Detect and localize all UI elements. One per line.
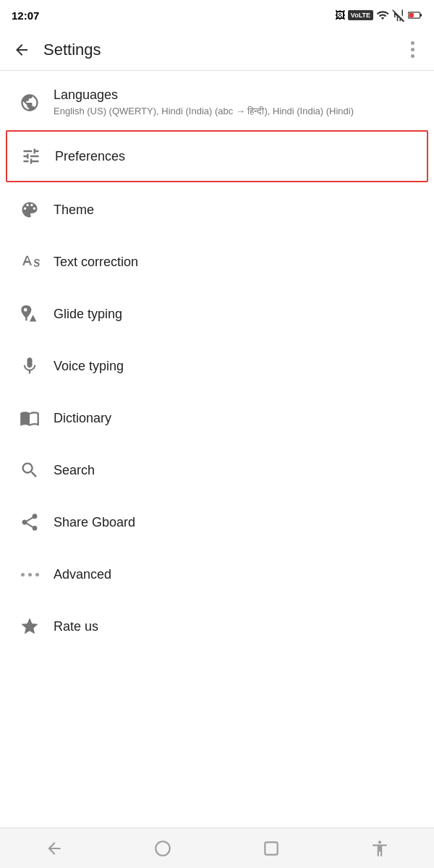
nav-recents-button[interactable] <box>250 833 293 864</box>
nav-accessibility-icon <box>370 839 389 858</box>
menu-item-dictionary[interactable]: Dictionary <box>0 392 434 444</box>
volte-badge: VoLTE <box>348 10 373 20</box>
voice-typing-label: Voice typing <box>54 359 422 374</box>
svg-rect-2 <box>409 13 414 17</box>
app-bar: Settings <box>0 29 434 71</box>
globe-icon-wrap <box>12 93 48 113</box>
signal-icon <box>392 9 405 22</box>
svg-rect-4 <box>265 842 277 854</box>
languages-sublabel: English (US) (QWERTY), Hindi (India) (ab… <box>54 105 422 118</box>
menu-item-languages[interactable]: Languages English (US) (QWERTY), Hindi (… <box>0 77 434 129</box>
status-icons: 🖼 VoLTE <box>335 9 422 22</box>
theme-label: Theme <box>54 203 422 218</box>
star-icon-wrap <box>12 616 48 637</box>
dictionary-label: Dictionary <box>54 411 422 426</box>
sliders-icon <box>21 146 41 166</box>
sliders-icon-wrap <box>13 146 49 166</box>
share-gboard-label: Share Gboard <box>54 515 422 530</box>
menu-item-search[interactable]: Search <box>0 444 434 496</box>
photo-icon: 🖼 <box>335 9 345 21</box>
text-correction-content: Text correction <box>54 255 422 270</box>
back-button[interactable] <box>6 34 38 66</box>
languages-label: Languages <box>54 88 422 103</box>
nav-recents-icon <box>262 839 281 858</box>
mic-icon <box>20 356 40 376</box>
advanced-icon-wrap <box>12 573 48 576</box>
share-gboard-content: Share Gboard <box>54 515 422 530</box>
rate-us-content: Rate us <box>54 619 422 634</box>
dictionary-icon <box>20 408 40 428</box>
nav-back-button[interactable] <box>33 833 76 864</box>
search-content: Search <box>54 463 422 478</box>
menu-item-text-correction[interactable]: Text correction <box>0 236 434 288</box>
page-title: Settings <box>43 41 396 59</box>
mic-icon-wrap <box>12 356 48 376</box>
advanced-content: Advanced <box>54 567 422 582</box>
preferences-label: Preferences <box>55 149 421 164</box>
bottom-nav <box>0 827 434 868</box>
search-label: Search <box>54 463 422 478</box>
glide-icon <box>20 304 40 324</box>
share-icon-wrap <box>12 512 48 532</box>
status-time: 12:07 <box>12 9 39 22</box>
menu-item-advanced[interactable]: Advanced <box>0 548 434 600</box>
menu-item-glide-typing[interactable]: Glide typing <box>0 288 434 340</box>
text-correction-label: Text correction <box>54 255 422 270</box>
status-bar: 12:07 🖼 VoLTE <box>0 0 434 29</box>
svg-point-3 <box>156 841 170 856</box>
dictionary-icon-wrap <box>12 408 48 428</box>
share-icon <box>20 512 40 532</box>
menu-item-preferences[interactable]: Preferences <box>6 130 428 182</box>
voice-typing-content: Voice typing <box>54 359 422 374</box>
nav-home-icon <box>153 839 172 858</box>
preferences-content: Preferences <box>55 149 421 164</box>
text-correction-icon-wrap <box>12 252 48 272</box>
dictionary-content: Dictionary <box>54 411 422 426</box>
nav-back-icon <box>45 839 64 858</box>
nav-home-button[interactable] <box>141 833 184 864</box>
globe-icon <box>20 93 40 113</box>
menu-item-rate-us[interactable]: Rate us <box>0 600 434 652</box>
nav-accessibility-button[interactable] <box>358 833 401 864</box>
more-options-button[interactable] <box>396 34 428 66</box>
settings-menu: Languages English (US) (QWERTY), Hindi (… <box>0 71 434 658</box>
palette-icon <box>20 200 40 220</box>
more-icon <box>411 41 414 58</box>
menu-item-theme[interactable]: Theme <box>0 184 434 236</box>
menu-item-share-gboard[interactable]: Share Gboard <box>0 496 434 548</box>
glide-typing-content: Glide typing <box>54 307 422 322</box>
star-icon <box>20 616 40 637</box>
svg-rect-1 <box>420 14 422 16</box>
wifi-icon <box>376 9 389 22</box>
palette-icon-wrap <box>12 200 48 220</box>
advanced-icon <box>21 573 39 576</box>
battery-icon <box>408 10 422 20</box>
glide-icon-wrap <box>12 304 48 324</box>
advanced-label: Advanced <box>54 567 422 582</box>
menu-item-voice-typing[interactable]: Voice typing <box>0 340 434 392</box>
search-icon <box>20 460 40 480</box>
back-icon <box>13 41 30 59</box>
text-correction-icon <box>20 252 40 272</box>
glide-typing-label: Glide typing <box>54 307 422 322</box>
search-icon-wrap <box>12 460 48 480</box>
rate-us-label: Rate us <box>54 619 422 634</box>
languages-content: Languages English (US) (QWERTY), Hindi (… <box>54 88 422 118</box>
theme-content: Theme <box>54 203 422 218</box>
